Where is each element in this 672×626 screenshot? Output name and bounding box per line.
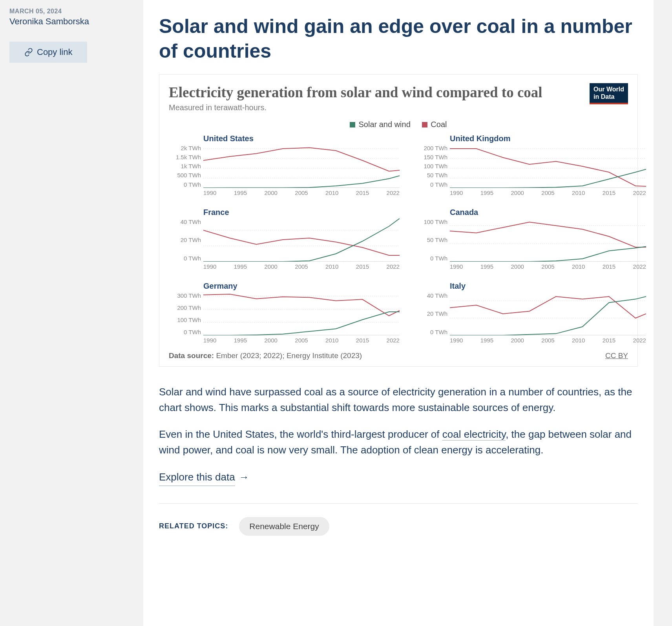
license-link[interactable]: CC BY [605, 351, 628, 360]
legend-solar-wind: Solar and wind [350, 120, 410, 129]
coal-electricity-link[interactable]: coal electricity [442, 428, 506, 440]
arrow-right-icon: → [239, 471, 249, 483]
chart-panel: United Kingdom 200 TWh150 TWh100 TWh50 T… [415, 134, 646, 196]
swatch-coal [422, 122, 427, 127]
x-axis: 1990199520002005201020152022 [169, 263, 400, 270]
chart-panel: France 40 TWh20 TWh0 TWh 199019952000200… [169, 208, 400, 270]
chart-panel: Germany 300 TWh200 TWh100 TWh0 TWh 19901… [169, 282, 400, 344]
related-topics: RELATED TOPICS: Renewable Energy [159, 517, 638, 536]
x-axis: 1990199520002005201020152022 [415, 337, 646, 344]
sidebar: MARCH 05, 2024 Veronika Samborska Copy l… [0, 0, 143, 626]
explore-data-link[interactable]: Explore this data [159, 469, 235, 486]
chart-panel: Canada 100 TWh50 TWh0 TWh 19901995200020… [415, 208, 646, 270]
data-source-text: Ember (2023; 2022); Energy Institute (20… [216, 351, 362, 360]
chart-subtitle: Measured in terawatt-hours. [169, 103, 628, 112]
main-content: Solar and wind gain an edge over coal in… [143, 0, 654, 626]
article-body: Solar and wind have surpassed coal as a … [159, 384, 638, 486]
x-axis: 1990199520002005201020152022 [415, 263, 646, 270]
x-axis: 1990199520002005201020152022 [169, 189, 400, 196]
paragraph-2: Even in the United States, the world's t… [159, 426, 638, 458]
panel-title: United States [169, 134, 400, 143]
y-axis: 40 TWh20 TWh0 TWh [415, 292, 450, 335]
paragraph-1: Solar and wind have surpassed coal as a … [159, 384, 638, 416]
publish-date: MARCH 05, 2024 [9, 8, 134, 15]
chart-svg [203, 145, 400, 188]
y-axis: 100 TWh50 TWh0 TWh [415, 218, 450, 262]
chart-card: Our World in Data Electricity generation… [159, 74, 638, 367]
chart-svg [450, 292, 646, 335]
y-axis: 40 TWh20 TWh0 TWh [169, 218, 203, 262]
x-axis: 1990199520002005201020152022 [415, 189, 646, 196]
x-axis: 1990199520002005201020152022 [169, 337, 400, 344]
topic-chip-renewable[interactable]: Renewable Energy [239, 517, 329, 536]
chart-svg [450, 145, 646, 188]
article-title: Solar and wind gain an edge over coal in… [159, 14, 638, 63]
chart-legend: Solar and wind Coal [169, 120, 628, 129]
chart-title: Electricity generation from solar and wi… [169, 84, 628, 101]
chart-panel: United States 2k TWh1.5k TWh1k TWh500 TW… [169, 134, 400, 196]
y-axis: 200 TWh150 TWh100 TWh50 TWh0 TWh [415, 145, 450, 188]
panel-title: Canada [415, 208, 646, 217]
y-axis: 300 TWh200 TWh100 TWh0 TWh [169, 292, 203, 335]
panel-title: United Kingdom [415, 134, 646, 143]
chart-svg [450, 218, 646, 262]
chart-footer: Data source: Ember (2023; 2022); Energy … [169, 351, 628, 360]
legend-coal: Coal [422, 120, 447, 129]
related-topics-label: RELATED TOPICS: [159, 522, 228, 530]
copy-link-label: Copy link [37, 47, 72, 57]
panel-title: France [169, 208, 400, 217]
chart-svg [203, 292, 400, 335]
copy-link-button[interactable]: Copy link [9, 42, 87, 63]
owid-badge: Our World in Data [590, 83, 628, 104]
author-name: Veronika Samborska [9, 16, 134, 27]
y-axis: 2k TWh1.5k TWh1k TWh500 TWh0 TWh [169, 145, 203, 188]
panel-title: Italy [415, 282, 646, 291]
chart-panel: Italy 40 TWh20 TWh0 TWh 1990199520002005… [415, 282, 646, 344]
chart-panels: United States 2k TWh1.5k TWh1k TWh500 TW… [169, 134, 628, 344]
panel-title: Germany [169, 282, 400, 291]
separator [159, 503, 638, 504]
chart-svg [203, 218, 400, 262]
swatch-solar-wind [350, 122, 355, 127]
link-icon [24, 48, 33, 56]
data-source-label: Data source: [169, 351, 214, 360]
